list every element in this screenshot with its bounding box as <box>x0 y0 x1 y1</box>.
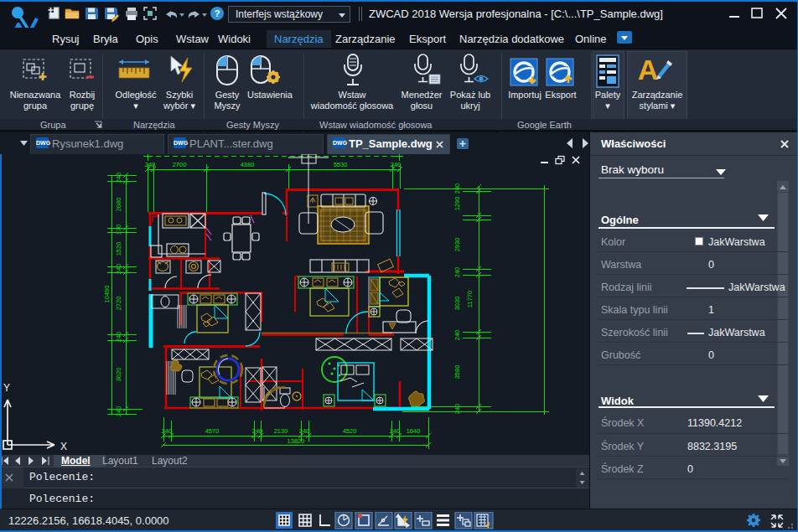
svg-text:1290: 1290 <box>453 197 461 211</box>
svg-text:Y: Y <box>3 382 10 394</box>
svg-text:2930: 2930 <box>453 238 461 252</box>
svg-text:4570: 4570 <box>205 427 220 435</box>
svg-text:3030: 3030 <box>453 297 461 311</box>
svg-text:240: 240 <box>115 406 122 417</box>
svg-text:240: 240 <box>453 267 461 278</box>
svg-text:11770: 11770 <box>466 291 474 307</box>
svg-text:240: 240 <box>390 427 401 435</box>
svg-text:10490: 10490 <box>103 286 111 303</box>
svg-text:A: A <box>638 54 658 85</box>
svg-text:2700: 2700 <box>173 161 187 168</box>
svg-text:X: X <box>60 441 67 452</box>
svg-text:240: 240 <box>115 264 122 275</box>
svg-text:170: 170 <box>115 225 122 235</box>
svg-text:3580: 3580 <box>453 365 461 380</box>
svg-text:240: 240 <box>115 173 122 183</box>
svg-text:240: 240 <box>299 427 310 435</box>
svg-text:2720: 2720 <box>115 297 122 311</box>
svg-text:?: ? <box>215 8 220 18</box>
svg-text:240: 240 <box>453 404 461 415</box>
svg-text:4380: 4380 <box>241 161 255 168</box>
svg-text:3020: 3020 <box>115 368 122 382</box>
svg-text:2080: 2080 <box>115 198 122 212</box>
svg-text:240: 240 <box>162 427 173 435</box>
svg-text:240: 240 <box>453 183 461 194</box>
svg-text:240: 240 <box>145 161 156 168</box>
svg-text:1640: 1640 <box>407 427 421 435</box>
svg-text:5530: 5530 <box>334 161 348 168</box>
svg-text:4520: 4520 <box>343 427 357 435</box>
svg-text:240: 240 <box>252 427 263 435</box>
svg-text:240: 240 <box>115 332 122 343</box>
svg-text:1520: 1520 <box>115 242 122 256</box>
svg-text:2130: 2130 <box>274 427 288 435</box>
svg-text:240: 240 <box>391 161 402 168</box>
svg-text:240: 240 <box>453 330 461 341</box>
svg-text:13820: 13820 <box>288 437 305 445</box>
